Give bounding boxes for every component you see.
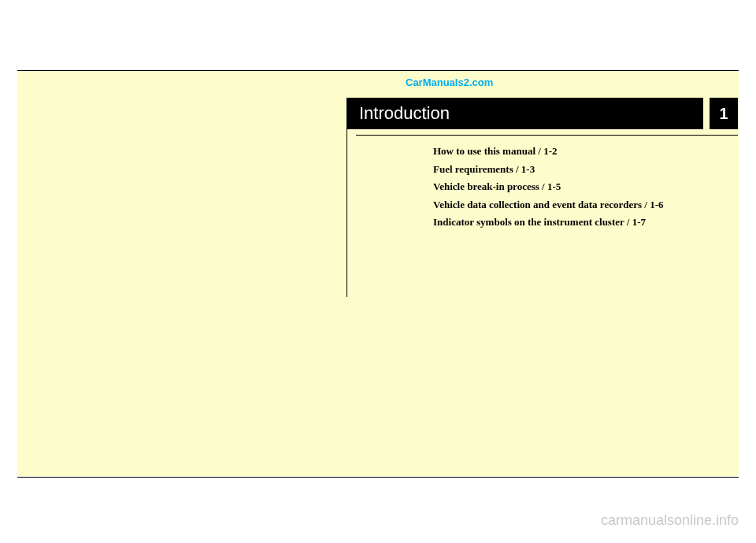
chapter-title: Introduction — [346, 98, 703, 129]
chapter-gap — [703, 98, 710, 129]
bottom-divider — [17, 477, 739, 478]
toc-item: Fuel requirements / 1-3 — [433, 162, 724, 177]
page-container: CarManuals2.com Introduction 1 How to us… — [0, 0, 756, 543]
toc-item: How to use this manual / 1-2 — [433, 143, 724, 159]
table-of-contents: How to use this manual / 1-2 Fuel requir… — [433, 143, 724, 232]
document-page — [17, 71, 739, 476]
vertical-divider — [346, 98, 347, 297]
toc-item: Indicator symbols on the instrument clus… — [433, 214, 724, 230]
toc-item: Vehicle break-in process / 1-5 — [433, 179, 724, 195]
watermark-top: CarManuals2.com — [406, 76, 493, 88]
toc-item: Vehicle data collection and event data r… — [433, 197, 724, 213]
horizontal-divider — [356, 135, 738, 136]
chapter-header: Introduction 1 — [346, 98, 738, 129]
watermark-bottom: carmanualsonline.info — [601, 512, 739, 529]
chapter-number: 1 — [710, 98, 738, 129]
